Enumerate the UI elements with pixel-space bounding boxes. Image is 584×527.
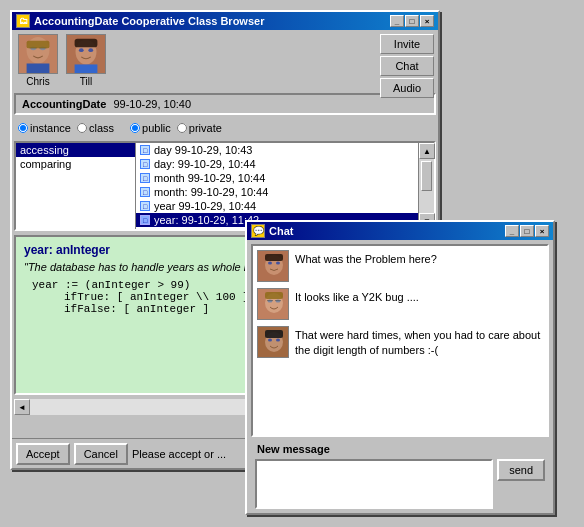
right-list-item-3[interactable]: □ month: 99-10-29, 10:44: [136, 185, 418, 199]
right-list-text-1: day: 99-10-29, 10:44: [154, 158, 256, 170]
instance-radio[interactable]: [18, 123, 28, 133]
visibility-radio-group: public private: [130, 122, 222, 134]
till-label: Till: [80, 76, 92, 87]
chat-text-2: That were hard times, when you had to ca…: [295, 326, 543, 359]
chat-window-title: Chat: [269, 225, 293, 237]
radio-groups: instance class public private: [12, 117, 438, 139]
svg-point-16: [268, 262, 272, 265]
chat-button[interactable]: Chat: [380, 56, 434, 76]
scroll-thumb[interactable]: [421, 161, 432, 191]
private-radio[interactable]: [177, 123, 187, 133]
right-list-text-2: month 99-10-29, 10:44: [154, 172, 265, 184]
instance-radio-label[interactable]: instance: [18, 122, 71, 134]
svg-rect-25: [265, 292, 283, 299]
class-radio[interactable]: [77, 123, 87, 133]
audio-button[interactable]: Audio: [380, 78, 434, 98]
cancel-button[interactable]: Cancel: [74, 443, 128, 465]
right-list-text-4: year 99-10-29, 10:44: [154, 200, 256, 212]
class-radio-label[interactable]: class: [77, 122, 114, 134]
chat-content: What was the Problem here?: [247, 240, 553, 513]
h-scroll-left[interactable]: ◄: [14, 399, 30, 415]
chat-text-0: What was the Problem here?: [295, 250, 437, 267]
svg-point-11: [88, 48, 93, 52]
left-list-item-comparing[interactable]: comparing: [16, 157, 135, 171]
minimize-button[interactable]: _: [390, 15, 404, 27]
list-icon-4: □: [140, 201, 150, 211]
send-button[interactable]: send: [497, 459, 545, 481]
svg-rect-24: [275, 300, 281, 301]
chat-window: 💬 Chat _ □ ×: [245, 220, 555, 515]
svg-point-29: [276, 339, 280, 342]
right-list-scrollbar[interactable]: ▲ ▼: [418, 143, 434, 229]
avatar-chris: Chris: [18, 34, 58, 87]
right-list-item-1[interactable]: □ day: 99-10-29, 10:44: [136, 157, 418, 171]
split-panel: accessing comparing □ day 99-10-29, 10:4…: [14, 141, 436, 231]
left-list[interactable]: accessing comparing: [16, 143, 136, 229]
chat-avatar-0: [257, 250, 289, 282]
svg-rect-12: [75, 39, 98, 48]
svg-rect-6: [27, 41, 50, 49]
list-icon-0: □: [140, 145, 150, 155]
scroll-up-arrow[interactable]: ▲: [419, 143, 435, 159]
close-button[interactable]: ×: [420, 15, 434, 27]
svg-point-28: [268, 339, 272, 342]
avatars-row: Chris Till: [12, 30, 438, 91]
svg-rect-18: [265, 254, 283, 261]
chat-title-buttons: _ □ ×: [505, 225, 549, 237]
main-title-bar: 🗂 AccountingDate Cooperative Class Brows…: [12, 12, 438, 30]
scroll-track: [419, 159, 434, 213]
title-bar-left: 🗂 AccountingDate Cooperative Class Brows…: [16, 14, 264, 28]
svg-point-17: [276, 262, 280, 265]
chat-title-bar: 💬 Chat _ □ ×: [247, 222, 553, 240]
message-input[interactable]: [255, 459, 493, 509]
svg-rect-23: [267, 300, 273, 301]
chat-message-1: It looks like a Y2K bug ....: [257, 288, 543, 320]
send-area: send: [251, 457, 549, 513]
chris-label: Chris: [26, 76, 49, 87]
sidebar-buttons: Invite Chat Audio: [378, 30, 436, 102]
svg-point-10: [79, 48, 84, 52]
invite-button[interactable]: Invite: [380, 34, 434, 54]
info-panel: AccountingDate 99-10-29, 10:40: [14, 93, 436, 115]
right-list-text-0: day 99-10-29, 10:43: [154, 144, 252, 156]
chat-text-1: It looks like a Y2K bug ....: [295, 288, 419, 305]
info-title: AccountingDate 99-10-29, 10:40: [22, 98, 191, 110]
svg-rect-7: [27, 64, 50, 74]
chat-message-0: What was the Problem here?: [257, 250, 543, 282]
list-icon-2: □: [140, 173, 150, 183]
left-list-item-accessing[interactable]: accessing: [16, 143, 135, 157]
right-list-item-4[interactable]: □ year 99-10-29, 10:44: [136, 199, 418, 213]
chat-message-2: That were hard times, when you had to ca…: [257, 326, 543, 359]
list-icon-3: □: [140, 187, 150, 197]
till-avatar-img: [66, 34, 106, 74]
right-list-item-0[interactable]: □ day 99-10-29, 10:43: [136, 143, 418, 157]
right-list[interactable]: □ day 99-10-29, 10:43 □ day: 99-10-29, 1…: [136, 143, 418, 229]
list-icon-1: □: [140, 159, 150, 169]
avatar-till: Till: [66, 34, 106, 87]
new-message-section: New message send: [247, 441, 553, 513]
chat-avatar-2: [257, 326, 289, 358]
accept-button[interactable]: Accept: [16, 443, 70, 465]
chat-app-icon: 💬: [251, 224, 265, 238]
right-list-text-3: month: 99-10-29, 10:44: [154, 186, 268, 198]
main-window-title: AccountingDate Cooperative Class Browser: [34, 15, 264, 27]
chat-close-button[interactable]: ×: [535, 225, 549, 237]
public-radio[interactable]: [130, 123, 140, 133]
chat-avatar-1: [257, 288, 289, 320]
type-radio-group: instance class: [18, 122, 114, 134]
chris-avatar-img: [18, 34, 58, 74]
public-radio-label[interactable]: public: [130, 122, 171, 134]
right-list-item-2[interactable]: □ month 99-10-29, 10:44: [136, 171, 418, 185]
maximize-button[interactable]: □: [405, 15, 419, 27]
private-radio-label[interactable]: private: [177, 122, 222, 134]
svg-rect-30: [265, 330, 283, 338]
chat-minimize-button[interactable]: _: [505, 225, 519, 237]
right-list-text-5: year: 99-10-29, 11:42: [154, 214, 259, 226]
list-icon-5: □: [140, 215, 150, 225]
new-message-label: New message: [251, 441, 549, 457]
chat-title-left: 💬 Chat: [251, 224, 293, 238]
svg-rect-13: [75, 64, 98, 73]
chat-maximize-button[interactable]: □: [520, 225, 534, 237]
app-icon: 🗂: [16, 14, 30, 28]
chat-messages: What was the Problem here?: [251, 244, 549, 437]
